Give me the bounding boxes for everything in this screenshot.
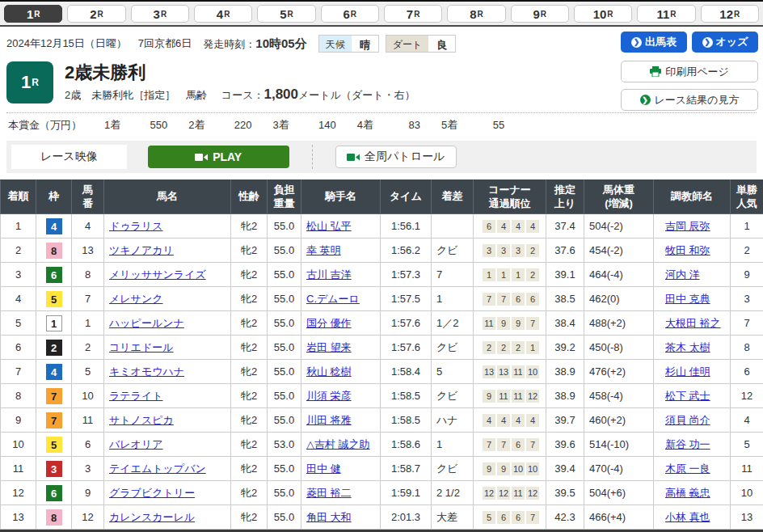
tab-5r[interactable]: 5R bbox=[257, 5, 315, 23]
trainer-link[interactable]: 田中 克典 bbox=[665, 293, 710, 305]
column-header: 調教師名 bbox=[654, 180, 731, 214]
trainer-link[interactable]: 高橋 義忠 bbox=[665, 487, 710, 499]
tab-3r[interactable]: 3R bbox=[131, 5, 189, 23]
horse-name-link[interactable]: メリッササンライズ bbox=[109, 268, 206, 281]
race-conditions: 2歳 未勝利牝［指定］ 馬齢 コース：1,800メートル（ダート・右） bbox=[65, 87, 415, 103]
start-time-label: 発走時刻： bbox=[203, 38, 255, 50]
play-button[interactable]: PLAY bbox=[148, 146, 289, 168]
jockey-cell: 川田 将雅 bbox=[301, 408, 381, 433]
tab-number: 11 bbox=[656, 7, 669, 21]
trainer-link[interactable]: 松下 武士 bbox=[665, 390, 710, 402]
horse-name-link[interactable]: カレンスカーレル bbox=[109, 511, 195, 523]
tab-suffix: R bbox=[670, 10, 676, 19]
horse-name-link[interactable]: ハッピールンナ bbox=[109, 317, 184, 329]
print-button[interactable]: 印刷用ページ bbox=[621, 61, 758, 82]
tab-11r[interactable]: 11R bbox=[637, 5, 695, 23]
horse-name-link[interactable]: メレサンク bbox=[109, 293, 163, 305]
jockey-link[interactable]: 古川 吉洋 bbox=[306, 268, 352, 281]
tab-10r[interactable]: 10R bbox=[574, 5, 632, 23]
jockey-link[interactable]: 川須 栄彦 bbox=[306, 390, 352, 402]
jockey-link[interactable]: △吉村 誠之助 bbox=[306, 438, 370, 450]
entries-button[interactable]: ❯ 出馬表 bbox=[621, 32, 687, 53]
horse-name-link[interactable]: キミオモウハナ bbox=[109, 365, 184, 378]
horse-name-link[interactable]: バレオリア bbox=[109, 438, 163, 450]
waku-cell: 2 bbox=[36, 336, 72, 360]
horse-name-link[interactable]: グラブビクトリー bbox=[109, 487, 195, 499]
trainer-link[interactable]: 牧田 和弥 bbox=[665, 244, 710, 256]
trainer-link[interactable]: 木原 一良 bbox=[665, 462, 710, 475]
trainer-link[interactable]: 吉岡 辰弥 bbox=[665, 220, 710, 232]
trainer-cell: 吉岡 辰弥 bbox=[654, 214, 731, 239]
waku-badge: 7 bbox=[46, 388, 62, 404]
corner-position: 7 bbox=[497, 438, 510, 451]
tab-1r[interactable]: 1R bbox=[4, 5, 62, 23]
jockey-link[interactable]: 田中 健 bbox=[306, 462, 341, 475]
corner-position: 10 bbox=[526, 365, 539, 378]
corner-order: 5667 bbox=[477, 511, 542, 524]
column-header: 着差 bbox=[432, 180, 474, 214]
corner-position: 1 bbox=[483, 268, 495, 281]
horse-name-link[interactable]: サトノスピカ bbox=[109, 414, 174, 426]
waku-cell: 3 bbox=[36, 457, 72, 481]
trainer-cell: 牧田 和弥 bbox=[654, 239, 731, 263]
position-cell: 7 bbox=[1, 360, 36, 384]
header-buttons: ❯ 出馬表 ❯ オッズ 印刷用ページ ❯ レース結果の見方 bbox=[621, 32, 758, 117]
prize-place: 5着 bbox=[441, 119, 457, 131]
jockey-link[interactable]: 菱田 裕二 bbox=[306, 487, 352, 499]
jockey-link[interactable]: 幸 英明 bbox=[306, 244, 341, 256]
horse-number-cell: 3 bbox=[72, 457, 104, 481]
waku-cell: 4 bbox=[36, 214, 72, 239]
last3f-cell: 42.3 bbox=[546, 505, 584, 530]
course-suffix: メートル（ダート・右） bbox=[298, 89, 415, 101]
trainer-link[interactable]: 河内 洋 bbox=[665, 268, 700, 281]
trainer-link[interactable]: 小林 真也 bbox=[665, 511, 710, 523]
horse-name-link[interactable]: ラテライト bbox=[109, 390, 163, 402]
corner-position: 4 bbox=[526, 414, 539, 427]
trainer-link[interactable]: 杉山 佳明 bbox=[665, 365, 710, 378]
column-header: タイム bbox=[381, 180, 432, 214]
trainer-link[interactable]: 大根田 裕之 bbox=[665, 317, 721, 329]
trainer-cell: 高橋 義忠 bbox=[654, 481, 731, 505]
jockey-link[interactable]: 国分 優作 bbox=[306, 317, 352, 329]
tab-suffix: R bbox=[161, 10, 167, 19]
tab-7r[interactable]: 7R bbox=[384, 5, 442, 23]
weight-cell: 55.0 bbox=[268, 263, 301, 287]
jockey-link[interactable]: 川田 将雅 bbox=[306, 414, 352, 426]
last3f-cell: 39.4 bbox=[546, 457, 584, 481]
favorite-cell: 11 bbox=[731, 457, 763, 481]
tab-9r[interactable]: 9R bbox=[511, 5, 569, 23]
corner-order: 3332 bbox=[477, 244, 542, 257]
tab-2r[interactable]: 2R bbox=[67, 5, 125, 23]
corner-order: 991010 bbox=[477, 462, 542, 475]
tab-4r[interactable]: 4R bbox=[194, 5, 252, 23]
jockey-link[interactable]: C.デムーロ bbox=[306, 293, 360, 305]
results-guide-button[interactable]: ❯ レース結果の見方 bbox=[621, 89, 758, 111]
column-header: コーナー 通過順位 bbox=[474, 180, 546, 214]
horse-name-link[interactable]: ドゥラリス bbox=[109, 220, 163, 232]
jockey-link[interactable]: 秋山 稔樹 bbox=[306, 365, 352, 378]
trainer-link[interactable]: 新谷 功一 bbox=[665, 438, 710, 450]
horse-name-link[interactable]: コリエドール bbox=[109, 341, 174, 353]
tab-suffix: R bbox=[541, 10, 546, 19]
print-button-label: 印刷用ページ bbox=[665, 65, 729, 79]
jockey-link[interactable]: 角田 大和 bbox=[306, 511, 352, 523]
horse-name-link[interactable]: テイエムトップバン bbox=[109, 462, 206, 475]
corner-order: 13131110 bbox=[477, 365, 542, 378]
corner-position: 4 bbox=[483, 414, 495, 427]
corner-order-cell: 12121112 bbox=[474, 481, 546, 505]
tab-12r[interactable]: 12R bbox=[701, 5, 759, 23]
corner-position: 11 bbox=[483, 317, 495, 330]
race-header: ❯ 出馬表 ❯ オッズ 印刷用ページ ❯ レース結果の見方 2024年12月15… bbox=[0, 27, 763, 137]
jockey-link[interactable]: 岩田 望来 bbox=[306, 341, 352, 353]
patrol-video-button[interactable]: 全周パトロール bbox=[335, 146, 457, 168]
trainer-link[interactable]: 須貝 尚介 bbox=[665, 414, 710, 426]
odds-button[interactable]: ❯ オッズ bbox=[692, 32, 758, 53]
jockey-link[interactable]: 松山 弘平 bbox=[306, 220, 352, 232]
tab-6r[interactable]: 6R bbox=[321, 5, 379, 23]
trainer-link[interactable]: 茶木 太樹 bbox=[665, 341, 710, 353]
tab-number: 12 bbox=[719, 7, 733, 21]
favorite-cell: 7 bbox=[731, 311, 763, 336]
corner-position: 9 bbox=[483, 462, 495, 475]
tab-8r[interactable]: 8R bbox=[447, 5, 505, 23]
horse-name-link[interactable]: ツキノアカリ bbox=[109, 244, 174, 256]
